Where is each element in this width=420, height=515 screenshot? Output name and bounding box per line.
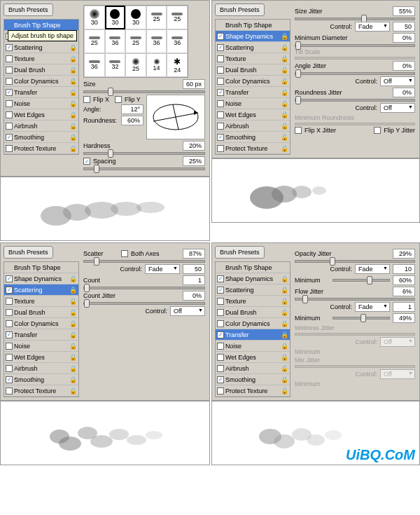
option-color-dynamics[interactable]: Color Dynamics🔒 xyxy=(216,318,290,329)
lock-icon[interactable]: 🔒 xyxy=(280,88,288,97)
checkbox-icon[interactable]: ✓ xyxy=(6,376,13,383)
flow-minimum-value[interactable]: 49% xyxy=(393,313,415,323)
lock-icon[interactable]: 🔒 xyxy=(69,275,77,283)
option-brush-tip-shape[interactable]: Brush Tip Shape xyxy=(4,20,78,31)
option-shape-dynamics[interactable]: ✓Shape Dynamics🔒 xyxy=(216,273,290,284)
lock-icon[interactable]: 🔒 xyxy=(280,275,288,283)
lock-icon[interactable]: 🔒 xyxy=(69,133,77,142)
brush-thumb[interactable]: 32 xyxy=(105,53,126,77)
lock-icon[interactable]: 🔒 xyxy=(280,353,288,362)
lock-icon[interactable]: 🔒 xyxy=(280,376,288,384)
brush-thumb[interactable]: 30 xyxy=(125,6,146,29)
brush-thumb[interactable]: 25 xyxy=(167,6,188,29)
roundness-jitter-value[interactable]: 0% xyxy=(393,88,415,97)
option-texture[interactable]: Texture🔒 xyxy=(216,296,290,307)
count-jitter-control-dropdown[interactable]: Off xyxy=(170,306,205,316)
option-brush-tip-shape[interactable]: Brush Tip Shape xyxy=(216,20,290,31)
size-jitter-value[interactable]: 55% xyxy=(393,6,415,16)
checkbox-icon[interactable] xyxy=(217,100,224,107)
option-smoothing[interactable]: ✓Smoothing🔒 xyxy=(216,132,290,143)
angle-roundness-control[interactable] xyxy=(146,95,205,139)
option-wet-edges[interactable]: Wet Edges🔒 xyxy=(216,109,290,121)
brush-thumbnail-grid[interactable]: 30 30 30 25 25 25 36 25 36 36 36 32 25 1… xyxy=(83,5,188,78)
lock-icon[interactable]: 🔒 xyxy=(69,99,77,108)
checkbox-icon[interactable] xyxy=(6,365,13,372)
lock-icon[interactable]: 🔒 xyxy=(280,297,288,305)
lock-icon[interactable]: 🔒 xyxy=(69,387,77,395)
flow-minimum-slider[interactable] xyxy=(332,317,390,320)
option-dual-brush[interactable]: Dual Brush🔒 xyxy=(216,64,290,76)
spacing-value[interactable]: 25% xyxy=(183,156,205,166)
lock-icon[interactable]: 🔒 xyxy=(69,122,77,130)
size-jitter-fade-value[interactable]: 50 xyxy=(393,22,415,32)
lock-icon[interactable]: 🔒 xyxy=(69,144,77,153)
checkbox-icon[interactable] xyxy=(217,123,224,130)
brush-thumb[interactable]: 30 xyxy=(105,6,126,29)
lock-icon[interactable]: 🔒 xyxy=(280,32,288,41)
brush-thumb[interactable]: 36 xyxy=(105,29,126,53)
checkbox-icon[interactable] xyxy=(217,343,224,350)
spacing-checkbox[interactable]: ✓ xyxy=(83,158,90,165)
brush-presets-button[interactable]: Brush Presets xyxy=(4,246,53,259)
checkbox-icon[interactable] xyxy=(217,320,224,327)
count-jitter-value[interactable]: 0% xyxy=(183,291,205,301)
scatter-slider[interactable] xyxy=(83,260,205,263)
brush-thumb[interactable]: 36 xyxy=(84,53,105,77)
option-noise[interactable]: Noise🔒 xyxy=(4,341,78,352)
lock-icon[interactable]: 🔒 xyxy=(69,297,77,305)
checkbox-icon[interactable] xyxy=(6,343,13,350)
count-slider[interactable] xyxy=(83,287,205,289)
lock-icon[interactable]: 🔒 xyxy=(280,286,288,294)
angle-jitter-slider[interactable] xyxy=(295,72,415,75)
min-diameter-value[interactable]: 0% xyxy=(393,33,415,43)
checkbox-icon[interactable]: ✓ xyxy=(6,275,13,282)
option-scattering[interactable]: ✓Scattering🔒 xyxy=(4,284,78,296)
option-scattering[interactable]: ✓Scattering🔒 xyxy=(4,42,78,53)
option-protect-texture[interactable]: Protect Texture🔒 xyxy=(4,143,78,154)
flip-x-checkbox[interactable] xyxy=(83,96,90,103)
lock-icon[interactable]: 🔒 xyxy=(280,66,288,74)
checkbox-icon[interactable] xyxy=(6,145,13,152)
lock-icon[interactable]: 🔒 xyxy=(280,55,288,63)
brush-thumb[interactable]: 25 xyxy=(84,29,105,53)
option-scattering[interactable]: ✓Scattering🔒 xyxy=(216,284,290,296)
option-smoothing[interactable]: ✓Smoothing🔒 xyxy=(4,132,78,143)
brush-thumb[interactable]: 30 xyxy=(84,6,105,29)
roundness-value[interactable]: 60% xyxy=(121,116,144,125)
checkbox-icon[interactable] xyxy=(6,123,13,130)
lock-icon[interactable]: 🔒 xyxy=(69,364,77,373)
angle-value[interactable]: 12° xyxy=(121,104,144,114)
opacity-fade-value[interactable]: 10 xyxy=(393,264,415,274)
option-dual-brush[interactable]: Dual Brush🔒 xyxy=(216,307,290,318)
opacity-jitter-slider[interactable] xyxy=(295,260,415,263)
both-axes-checkbox[interactable] xyxy=(121,250,128,257)
option-wet-edges[interactable]: Wet Edges🔒 xyxy=(4,352,78,363)
hardness-value[interactable]: 20% xyxy=(183,141,205,151)
option-scattering[interactable]: ✓Scattering🔒 xyxy=(216,42,290,53)
lock-icon[interactable]: 🔒 xyxy=(69,111,77,119)
option-dual-brush[interactable]: Dual Brush🔒 xyxy=(4,64,78,76)
checkbox-icon[interactable]: ✓ xyxy=(6,44,13,51)
option-transfer[interactable]: ✓Transfer🔒 xyxy=(216,329,290,341)
option-transfer[interactable]: ✓Transfer🔒 xyxy=(216,87,290,98)
checkbox-icon[interactable]: ✓ xyxy=(217,134,224,141)
brush-thumb[interactable]: ✱24 xyxy=(167,53,188,77)
lock-icon[interactable]: 🔒 xyxy=(280,99,288,108)
brush-presets-button[interactable]: Brush Presets xyxy=(4,4,53,16)
option-color-dynamics[interactable]: Color Dynamics🔒 xyxy=(4,318,78,329)
flow-control-dropdown[interactable]: Fade xyxy=(355,302,390,312)
brush-thumb[interactable]: 36 xyxy=(146,29,167,53)
checkbox-icon[interactable] xyxy=(217,298,224,305)
option-brush-tip-shape[interactable]: Brush Tip Shape xyxy=(216,262,290,273)
opacity-minimum-value[interactable]: 60% xyxy=(393,275,415,285)
roundness-jitter-control-dropdown[interactable]: Off xyxy=(380,103,415,113)
option-dual-brush[interactable]: Dual Brush🔒 xyxy=(4,307,78,318)
checkbox-icon[interactable] xyxy=(6,309,13,316)
checkbox-icon[interactable]: ✓ xyxy=(217,287,224,294)
checkbox-icon[interactable]: ✓ xyxy=(217,275,224,282)
lock-icon[interactable]: 🔒 xyxy=(69,66,77,74)
roundness-jitter-slider[interactable] xyxy=(295,99,415,102)
checkbox-icon[interactable]: ✓ xyxy=(217,89,224,96)
checkbox-icon[interactable]: ✓ xyxy=(217,33,224,40)
checkbox-icon[interactable] xyxy=(217,55,224,62)
